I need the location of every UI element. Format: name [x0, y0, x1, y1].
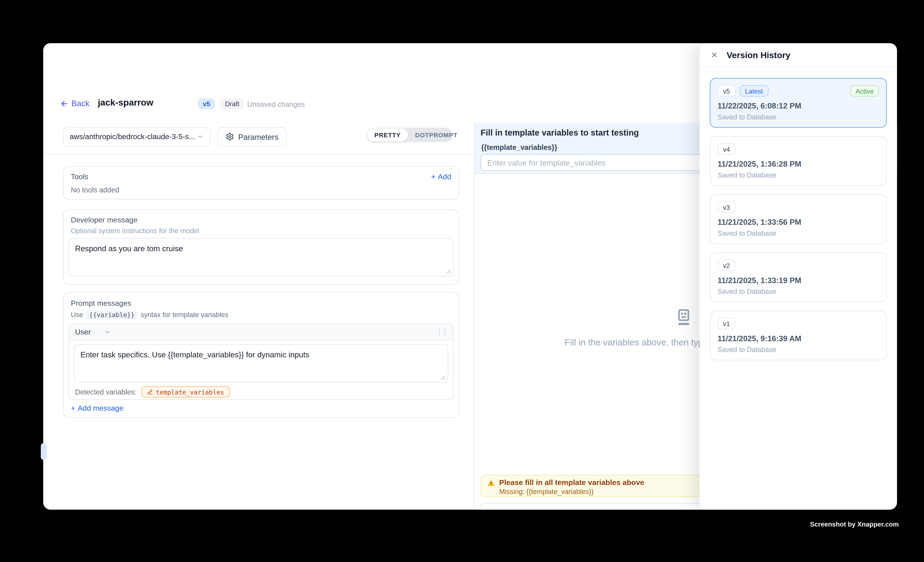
- variable-syntax-chip: {{variable}}: [86, 311, 138, 319]
- add-tool-label: Add: [438, 173, 451, 181]
- detected-variables-row: Detected variables: template_variables: [69, 383, 453, 398]
- tools-title: Tools: [71, 173, 88, 181]
- version-card-v2[interactable]: v2 11/21/2025, 1:33:19 PM Saved to Datab…: [710, 253, 887, 302]
- version-status: Saved to Database: [718, 230, 879, 237]
- edge-drawer-tab[interactable]: [41, 443, 47, 460]
- version-timestamp: 11/21/2025, 1:33:19 PM: [718, 276, 879, 285]
- plus-icon: +: [71, 404, 75, 413]
- version-card-v3[interactable]: v3 11/21/2025, 1:33:56 PM Saved to Datab…: [710, 194, 887, 244]
- hint-suffix: syntax for template variables: [141, 311, 228, 318]
- format-toggle: PRETTY DOTPROMPT: [367, 128, 453, 142]
- latest-badge: Latest: [740, 85, 768, 97]
- tools-empty-text: No tools added: [71, 186, 451, 194]
- version-timestamp: 11/21/2025, 1:36:28 PM: [718, 160, 879, 169]
- gear-icon: [225, 132, 234, 141]
- empty-state-text: Fill in the variables above, then typ: [565, 337, 703, 347]
- version-history-title: Version History: [727, 50, 790, 60]
- message-textarea[interactable]: Enter task specifics. Use {{template_var…: [74, 344, 448, 383]
- tools-card: Tools + Add No tools added: [63, 166, 459, 200]
- screenshot-stage: Back jack-sparrow v5 Draft Unsaved chang…: [0, 0, 924, 562]
- version-chip: v3: [718, 202, 735, 213]
- bot-icon: [673, 306, 695, 329]
- developer-message-subtitle: Optional system instructions for the mod…: [71, 227, 451, 235]
- back-label: Back: [71, 99, 90, 108]
- draft-badge: Draft: [220, 99, 244, 109]
- chevron-down-icon: [104, 329, 111, 336]
- resize-handle-icon[interactable]: [440, 375, 446, 380]
- plus-icon: +: [431, 173, 435, 181]
- back-button[interactable]: Back: [60, 96, 90, 111]
- version-chip: v4: [718, 143, 735, 155]
- version-card-v4[interactable]: v4 11/21/2025, 1:36:28 PM Saved to Datab…: [710, 136, 887, 186]
- version-timestamp: 11/21/2025, 9:16:39 AM: [718, 334, 879, 343]
- hint-prefix: Use: [71, 311, 83, 318]
- role-select[interactable]: User: [75, 328, 111, 336]
- version-timestamp: 11/22/2025, 6:08:12 PM: [718, 102, 879, 111]
- version-history-header: Version History: [699, 43, 897, 67]
- drag-handle-icon[interactable]: ⋮⋮: [436, 329, 447, 335]
- version-chip: v5: [718, 85, 735, 97]
- unsaved-changes-label: Unsaved changes: [247, 100, 305, 109]
- developer-message-value: Respond as you are tom cruise: [75, 244, 183, 253]
- toolbar-divider: [43, 153, 474, 154]
- add-tool-button[interactable]: + Add: [431, 173, 451, 181]
- version-history-panel: Version History v5 Latest Active 11/22/2…: [699, 43, 897, 510]
- close-icon[interactable]: [710, 51, 718, 59]
- message-block: User ⋮⋮ Enter task specifics. Use {{temp…: [69, 324, 454, 400]
- active-badge: Active: [850, 85, 879, 97]
- add-message-button[interactable]: + Add message: [71, 404, 123, 413]
- format-toggle-dotprompt[interactable]: DOTPROMPT: [408, 128, 465, 142]
- message-header: User ⋮⋮: [69, 324, 453, 341]
- model-select-value: aws/anthropic/bedrock-claude-3-5-s...: [69, 132, 195, 141]
- role-select-value: User: [75, 328, 91, 336]
- version-card-v1[interactable]: v1 11/21/2025, 9:16:39 AM Saved to Datab…: [710, 311, 887, 360]
- version-badge: v5: [198, 99, 215, 109]
- version-status: Saved to Database: [718, 172, 879, 179]
- warning-title: Please fill in all template variables ab…: [499, 478, 644, 487]
- version-card-v5[interactable]: v5 Latest Active 11/22/2025, 6:08:12 PM …: [710, 78, 887, 128]
- prompt-messages-title: Prompt messages: [71, 299, 451, 308]
- model-select[interactable]: aws/anthropic/bedrock-claude-3-5-s...: [63, 127, 211, 146]
- version-timestamp: 11/21/2025, 1:33:56 PM: [718, 218, 879, 227]
- version-list: v5 Latest Active 11/22/2025, 6:08:12 PM …: [710, 78, 887, 360]
- parameters-label: Parameters: [238, 132, 279, 141]
- watermark-text: Screenshot by Xnapper.com: [810, 520, 899, 528]
- chevron-down-icon: [197, 133, 204, 140]
- message-value: Enter task specifics. Use {{template_var…: [80, 350, 309, 359]
- version-status: Saved to Database: [718, 346, 879, 353]
- add-message-label: Add message: [78, 404, 123, 413]
- template-variable-label: {{template_variables}}: [481, 143, 557, 152]
- developer-message-card: Developer message Optional system instru…: [63, 209, 459, 285]
- developer-message-textarea[interactable]: Respond as you are tom cruise: [69, 238, 454, 277]
- warning-triangle-icon: [487, 479, 495, 486]
- version-status: Saved to Database: [718, 113, 879, 121]
- parameters-button[interactable]: Parameters: [217, 127, 287, 146]
- developer-message-title: Developer message: [71, 216, 451, 224]
- resize-handle-icon[interactable]: [446, 269, 451, 274]
- version-chip: v1: [718, 318, 735, 329]
- prompt-messages-hint: Use {{variable}} syntax for template var…: [71, 311, 451, 319]
- version-chip: v2: [718, 260, 735, 271]
- app-window: Back jack-sparrow v5 Draft Unsaved chang…: [43, 43, 897, 510]
- prompt-messages-card: Prompt messages Use {{variable}} syntax …: [63, 292, 459, 418]
- arrow-left-icon: [60, 99, 69, 108]
- page-title: jack-sparrow: [98, 97, 153, 108]
- format-toggle-pretty[interactable]: PRETTY: [367, 128, 408, 142]
- detected-variable-name: template_variables: [156, 388, 224, 395]
- pencil-icon: [147, 389, 153, 395]
- template-variables-title: Fill in template variables to start test…: [481, 128, 639, 138]
- detected-variables-label: Detected variables:: [75, 388, 137, 396]
- version-status: Saved to Database: [718, 288, 879, 295]
- detected-variable-chip[interactable]: template_variables: [141, 386, 230, 398]
